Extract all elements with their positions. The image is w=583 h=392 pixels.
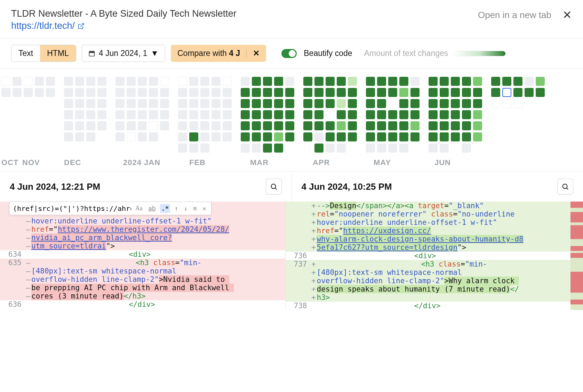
calendar-day[interactable] xyxy=(303,99,312,108)
calendar-day[interactable] xyxy=(285,88,294,97)
match-case-icon[interactable]: Aa xyxy=(134,204,144,213)
calendar-day[interactable] xyxy=(303,77,312,86)
calendar-day[interactable] xyxy=(97,99,106,108)
calendar-day[interactable] xyxy=(399,121,408,130)
calendar-day[interactable] xyxy=(252,121,261,130)
calendar-day[interactable] xyxy=(115,88,125,97)
calendar-day[interactable] xyxy=(64,110,73,119)
calendar-day[interactable] xyxy=(502,77,511,86)
calendar-day[interactable] xyxy=(178,121,187,130)
open-new-tab-link[interactable]: Open in a new tab xyxy=(478,10,551,21)
calendar-day[interactable] xyxy=(127,88,136,97)
calendar-day[interactable] xyxy=(200,88,209,97)
calendar-day[interactable] xyxy=(326,144,335,153)
calendar-day[interactable] xyxy=(285,99,294,108)
diff-left-pane[interactable]: Aa ab .* ↑ ↓ ≡ ✕ —hover:underline underl… xyxy=(0,202,286,310)
diff-minimap[interactable] xyxy=(570,202,583,310)
calendar-day[interactable] xyxy=(189,88,198,97)
calendar-day[interactable] xyxy=(377,144,386,153)
calendar-day[interactable] xyxy=(399,77,408,86)
calendar-day[interactable] xyxy=(314,88,324,97)
calendar-day[interactable] xyxy=(211,110,221,119)
calendar-day[interactable] xyxy=(75,110,84,119)
calendar-day[interactable] xyxy=(138,88,147,97)
calendar-day[interactable] xyxy=(86,132,95,141)
compare-close-icon[interactable]: ✕ xyxy=(253,49,259,58)
calendar-day[interactable] xyxy=(97,121,106,130)
calendar-day[interactable] xyxy=(451,110,460,119)
calendar-day[interactable] xyxy=(462,88,471,97)
calendar-day[interactable] xyxy=(274,144,283,153)
calendar-day[interactable] xyxy=(223,99,232,108)
calendar-day[interactable] xyxy=(178,110,187,119)
calendar-day[interactable] xyxy=(252,88,261,97)
calendar-day[interactable] xyxy=(75,132,84,141)
calendar-day[interactable] xyxy=(462,121,471,130)
calendar-day[interactable] xyxy=(200,110,209,119)
calendar-day[interactable] xyxy=(451,121,460,130)
calendar-day[interactable] xyxy=(326,121,335,130)
calendar-day[interactable] xyxy=(337,132,346,141)
calendar-day[interactable] xyxy=(241,88,250,97)
calendar-day[interactable] xyxy=(263,132,272,141)
calendar-day[interactable] xyxy=(223,132,232,141)
calendar-day[interactable] xyxy=(24,77,33,86)
calendar-day[interactable] xyxy=(97,77,106,86)
calendar-day[interactable] xyxy=(35,77,44,86)
calendar-day[interactable] xyxy=(366,121,375,130)
calendar-day[interactable] xyxy=(348,88,357,97)
calendar-day[interactable] xyxy=(513,77,522,86)
calendar-day[interactable] xyxy=(525,88,534,97)
calendar-day[interactable] xyxy=(160,77,169,86)
calendar-day[interactable] xyxy=(473,99,482,108)
calendar-day[interactable] xyxy=(252,132,261,141)
calendar-day[interactable] xyxy=(86,99,95,108)
calendar-day[interactable] xyxy=(429,99,438,108)
calendar-day[interactable] xyxy=(1,77,10,86)
page-url[interactable]: https://tldr.tech/ xyxy=(11,21,478,31)
calendar-day[interactable] xyxy=(115,132,125,141)
html-mode-button[interactable]: HTML xyxy=(40,45,76,62)
calendar-day[interactable] xyxy=(314,121,324,130)
calendar-day[interactable] xyxy=(160,99,169,108)
calendar-day[interactable] xyxy=(440,77,449,86)
calendar-day[interactable] xyxy=(348,99,357,108)
calendar-day[interactable] xyxy=(462,110,471,119)
calendar-day[interactable] xyxy=(252,77,261,86)
calendar-day[interactable] xyxy=(138,110,147,119)
calendar-day[interactable] xyxy=(440,132,449,141)
calendar-day[interactable] xyxy=(211,132,221,141)
calendar-day[interactable] xyxy=(127,110,136,119)
calendar-day[interactable] xyxy=(64,99,73,108)
calendar-day[interactable] xyxy=(303,110,312,119)
calendar-day[interactable] xyxy=(189,99,198,108)
calendar-day[interactable] xyxy=(399,132,408,141)
calendar-day[interactable] xyxy=(388,144,397,153)
calendar-day[interactable] xyxy=(64,121,73,130)
calendar-day[interactable] xyxy=(178,144,187,153)
calendar-day[interactable] xyxy=(491,77,500,86)
calendar-day[interactable] xyxy=(303,132,312,141)
calendar-day[interactable] xyxy=(149,77,158,86)
calendar-day[interactable] xyxy=(64,77,73,86)
calendar-day[interactable] xyxy=(211,121,221,130)
calendar-day[interactable] xyxy=(366,110,375,119)
calendar-day[interactable] xyxy=(337,88,346,97)
calendar-day[interactable] xyxy=(429,110,438,119)
calendar-day[interactable] xyxy=(200,144,209,153)
calendar-day[interactable] xyxy=(75,99,84,108)
page-url-link[interactable]: https://tldr.tech/ xyxy=(11,21,75,31)
diff-right-pane[interactable]: +-->Design</span></a><a target="_blank" … xyxy=(286,202,571,310)
calendar-day[interactable] xyxy=(399,144,408,153)
calendar-day[interactable] xyxy=(149,132,158,141)
calendar-day[interactable] xyxy=(326,110,335,119)
calendar-day[interactable] xyxy=(86,88,95,97)
calendar-day[interactable] xyxy=(491,99,500,108)
calendar-day[interactable] xyxy=(303,121,312,130)
calendar-day[interactable] xyxy=(149,88,158,97)
calendar-day[interactable] xyxy=(285,121,294,130)
calendar-day[interactable] xyxy=(263,144,272,153)
calendar-day[interactable] xyxy=(536,77,545,86)
calendar-day[interactable] xyxy=(366,132,375,141)
calendar-day[interactable] xyxy=(200,121,209,130)
